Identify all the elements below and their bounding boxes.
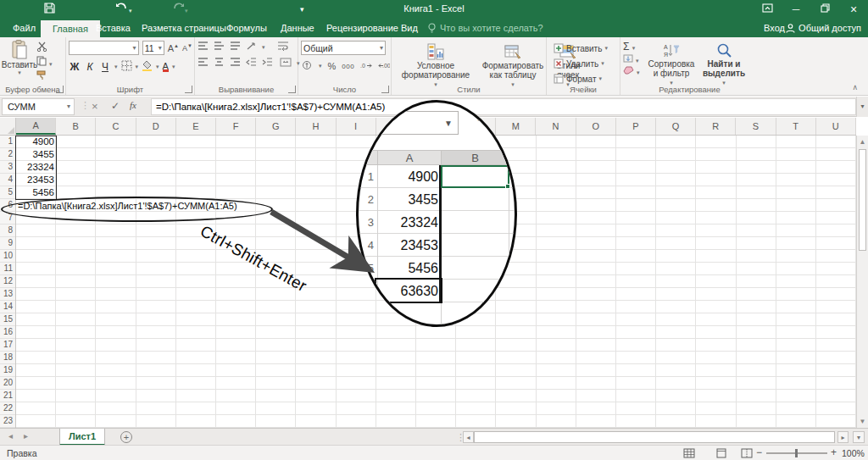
- row-header-19[interactable]: 19: [0, 364, 15, 377]
- row-header-1[interactable]: 1: [0, 136, 15, 148]
- column-header-O[interactable]: O: [576, 118, 616, 135]
- row-header-15[interactable]: 15: [0, 313, 15, 326]
- decrease-indent-icon[interactable]: [246, 58, 257, 69]
- paste-button[interactable]: Вставить ▾: [3, 40, 36, 86]
- row-header-12[interactable]: 12: [0, 275, 15, 288]
- cancel-entry-icon[interactable]: ×: [92, 100, 98, 113]
- hscroll-right-icon[interactable]: ▸: [837, 431, 849, 443]
- find-select-button[interactable]: Найти и выделить▾: [698, 41, 750, 89]
- select-all-corner[interactable]: [0, 118, 16, 136]
- row-header-11[interactable]: 11: [0, 263, 15, 275]
- column-header-E[interactable]: E: [176, 118, 216, 135]
- fill-color-icon[interactable]: [142, 60, 153, 73]
- align-right-icon[interactable]: [230, 58, 241, 69]
- ribbon-display-options-icon[interactable]: [753, 0, 782, 19]
- vertical-scrollbar[interactable]: ▲ ▼: [856, 136, 868, 428]
- scroll-up-icon[interactable]: ▲: [857, 138, 868, 146]
- zoom-in-icon[interactable]: +: [831, 446, 837, 458]
- italic-button[interactable]: К: [84, 61, 96, 73]
- insert-function-icon[interactable]: fx: [130, 100, 136, 110]
- font-size-combo[interactable]: 11▾: [142, 41, 164, 55]
- column-header-B[interactable]: B: [56, 118, 96, 135]
- increase-indent-icon[interactable]: [262, 58, 273, 69]
- restore-icon[interactable]: [810, 0, 839, 19]
- minimize-icon[interactable]: ─: [782, 0, 810, 19]
- row-header-16[interactable]: 16: [0, 326, 15, 339]
- name-box[interactable]: СУММ ▾: [2, 98, 75, 115]
- align-center-icon[interactable]: [214, 58, 225, 69]
- increase-font-icon[interactable]: А▲: [168, 43, 179, 53]
- align-bottom-icon[interactable]: [230, 42, 241, 53]
- name-box-dropdown-icon[interactable]: ▾: [67, 99, 70, 114]
- align-left-icon[interactable]: [198, 58, 209, 69]
- comma-style-icon[interactable]: 000: [342, 63, 354, 70]
- collapse-ribbon-icon[interactable]: ∧: [852, 83, 858, 91]
- format-painter-icon[interactable]: [36, 70, 53, 82]
- row-header-3[interactable]: 3: [0, 161, 15, 174]
- autosum-icon[interactable]: Σ ▾: [623, 41, 645, 53]
- sign-in-link[interactable]: Вход: [764, 19, 785, 37]
- font-color-icon[interactable]: А: [163, 61, 169, 72]
- zoom-slider-thumb[interactable]: [795, 449, 798, 457]
- tab-insert[interactable]: Вставка: [88, 19, 138, 37]
- column-header-M[interactable]: M: [496, 118, 536, 135]
- merge-center-icon[interactable]: [280, 58, 292, 69]
- vertical-scroll-thumb[interactable]: [859, 149, 866, 251]
- column-header-T[interactable]: T: [776, 118, 816, 135]
- column-header-F[interactable]: F: [216, 118, 256, 135]
- formula-input[interactable]: =D:\Папка\[Книга2.xlsx]Лист1'!$A$7)+СУММ…: [151, 98, 856, 115]
- delete-cells-button[interactable]: Удалить▾: [554, 57, 618, 70]
- close-icon[interactable]: ×: [839, 0, 868, 19]
- row-header-20[interactable]: 20: [0, 377, 15, 390]
- enter-entry-icon[interactable]: ✓: [111, 100, 120, 112]
- sheet-tab-list1[interactable]: Лист1: [59, 429, 105, 446]
- row-header-2[interactable]: 2: [0, 148, 15, 161]
- number-format-combo[interactable]: Общий▾: [301, 41, 386, 55]
- align-top-icon[interactable]: [198, 42, 209, 53]
- cut-icon[interactable]: [36, 42, 53, 53]
- row-header-8[interactable]: 8: [0, 224, 15, 237]
- insert-cells-button[interactable]: Вставить▾: [554, 42, 618, 55]
- row-header-22[interactable]: 22: [0, 402, 15, 415]
- column-header-U[interactable]: U: [816, 118, 856, 135]
- row-header-4[interactable]: 4: [0, 174, 15, 186]
- wrap-text-icon[interactable]: [277, 42, 289, 53]
- normal-view-icon[interactable]: [683, 448, 695, 458]
- bold-button[interactable]: Ж: [69, 61, 81, 73]
- orientation-icon[interactable]: [246, 42, 257, 53]
- row-header-14[interactable]: 14: [0, 301, 15, 313]
- format-cells-button[interactable]: Формат▾: [554, 72, 618, 86]
- formula-bar-expand-icon[interactable]: ▾: [856, 97, 868, 117]
- column-header-H[interactable]: H: [296, 118, 336, 135]
- column-header-C[interactable]: C: [96, 118, 136, 135]
- zoom-slider[interactable]: [766, 452, 827, 454]
- share-button[interactable]: Общий доступ: [786, 19, 861, 37]
- format-as-table-button[interactable]: Форматировать как таблицу▾: [477, 41, 548, 91]
- percent-style-icon[interactable]: %: [328, 61, 337, 71]
- scroll-corner-icon[interactable]: ▾: [853, 431, 865, 443]
- column-header-G[interactable]: G: [256, 118, 296, 135]
- tell-me-search[interactable]: Что вы хотите сделать?: [427, 19, 543, 37]
- sheet-prev-icon[interactable]: ◂: [8, 431, 13, 441]
- page-break-view-icon[interactable]: [741, 448, 753, 458]
- column-header-A[interactable]: A: [16, 118, 56, 135]
- underline-button[interactable]: Ч: [99, 61, 111, 73]
- column-header-N[interactable]: N: [536, 118, 576, 135]
- fill-down-icon[interactable]: ▾: [623, 54, 645, 64]
- sort-filter-button[interactable]: АЯ Сортировка и фильтр▾: [645, 41, 698, 89]
- row-header-21[interactable]: 21: [0, 390, 15, 402]
- hscroll-left-icon[interactable]: ◂: [463, 431, 474, 443]
- accounting-format-icon[interactable]: [301, 60, 313, 72]
- formula-bar-splitter[interactable]: ⋮: [81, 100, 90, 111]
- column-header-Q[interactable]: Q: [656, 118, 696, 135]
- column-header-R[interactable]: R: [696, 118, 736, 135]
- column-header-P[interactable]: P: [616, 118, 656, 135]
- page-layout-view-icon[interactable]: [715, 448, 727, 458]
- decrease-font-icon[interactable]: А▼: [182, 43, 192, 53]
- row-header-23[interactable]: 23: [0, 415, 15, 428]
- horizontal-scroll-thumb[interactable]: [474, 431, 835, 443]
- sheet-next-icon[interactable]: ▸: [24, 431, 28, 441]
- row-header-18[interactable]: 18: [0, 352, 15, 364]
- zoom-out-icon[interactable]: −: [756, 446, 762, 458]
- row-header-5[interactable]: 5: [0, 186, 15, 199]
